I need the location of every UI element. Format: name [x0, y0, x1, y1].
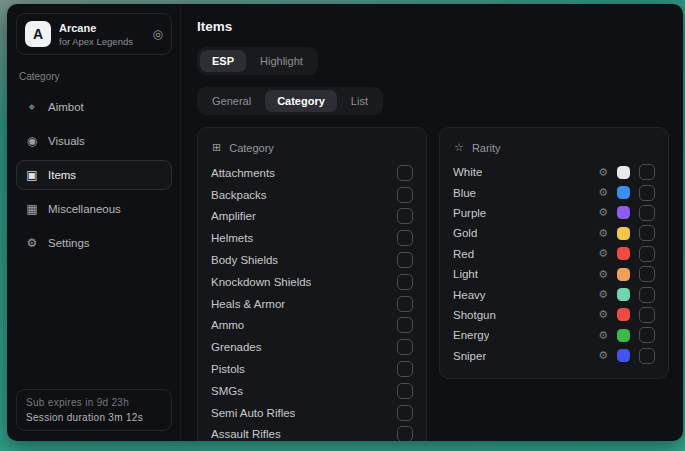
rarity-label: Light [453, 268, 478, 280]
sidebar-item-label: Aimbot [48, 101, 84, 113]
color-swatch[interactable] [617, 349, 630, 362]
toggle-button[interactable]: ESP [200, 50, 246, 72]
page-title: Items [197, 19, 669, 34]
color-swatch[interactable] [617, 247, 630, 260]
sidebar-nav-item[interactable]: ▦ Miscellaneous [16, 194, 172, 224]
checkbox[interactable] [639, 287, 655, 303]
tab[interactable]: General [200, 90, 263, 112]
category-row: Pistols [211, 358, 413, 380]
checkbox[interactable] [397, 339, 413, 355]
category-icon: ⊞ [212, 141, 221, 154]
checkbox[interactable] [639, 266, 655, 282]
checkbox[interactable] [397, 317, 413, 333]
category-label: Body Shields [211, 254, 278, 266]
rarity-controls: ⚙ [598, 185, 655, 201]
gear-icon[interactable]: ⚙ [598, 187, 608, 198]
tab[interactable]: Category [265, 90, 337, 112]
rarity-label: Blue [453, 187, 476, 199]
color-swatch[interactable] [617, 186, 630, 199]
sidebar-nav-item[interactable]: ▣ Items [16, 160, 172, 190]
category-row: Semi Auto Rifles [211, 402, 413, 424]
checkbox[interactable] [397, 274, 413, 290]
sidebar-nav-item[interactable]: ⚙ Settings [16, 228, 172, 258]
rarity-row: Light ⚙ [453, 264, 655, 284]
rarity-label: Purple [453, 207, 486, 219]
checkbox[interactable] [397, 208, 413, 224]
rarity-panel-header: ☆ Rarity [454, 141, 654, 154]
checkbox[interactable] [397, 252, 413, 268]
app-name: Arcane [59, 22, 133, 34]
sidebar-nav-item[interactable]: ⌖ Aimbot [16, 92, 172, 122]
toggle-button[interactable]: Highlight [248, 50, 315, 72]
sidebar-section-label: Category [19, 71, 169, 82]
category-label: Backpacks [211, 189, 267, 201]
checkbox[interactable] [639, 307, 655, 323]
scope-icon[interactable]: ◎ [153, 27, 163, 41]
category-label: Pistols [211, 363, 245, 375]
checkbox[interactable] [639, 164, 655, 180]
color-swatch[interactable] [617, 288, 630, 301]
rarity-row: Heavy ⚙ [453, 284, 655, 304]
checkbox[interactable] [639, 205, 655, 221]
checkbox[interactable] [397, 383, 413, 399]
session-duration-text: Session duration 3m 12s [26, 412, 162, 423]
color-swatch[interactable] [617, 166, 630, 179]
category-row: Ammo [211, 315, 413, 337]
checkbox[interactable] [397, 230, 413, 246]
gear-icon[interactable]: ⚙ [598, 289, 608, 300]
checkbox[interactable] [639, 246, 655, 262]
rarity-label: Energy [453, 329, 489, 341]
gear-icon[interactable]: ⚙ [598, 330, 608, 341]
checkbox[interactable] [397, 187, 413, 203]
gear-icon[interactable]: ⚙ [598, 350, 608, 361]
category-label: Grenades [211, 341, 262, 353]
rarity-controls: ⚙ [598, 205, 655, 221]
rarity-controls: ⚙ [598, 266, 655, 282]
category-label: Heals & Armor [211, 298, 285, 310]
sidebar-item-label: Miscellaneous [48, 203, 121, 215]
rarity-panel: ☆ Rarity White ⚙ [439, 127, 669, 379]
category-label: Amplifier [211, 210, 256, 222]
checkbox[interactable] [397, 165, 413, 181]
checkbox[interactable] [639, 348, 655, 364]
color-swatch[interactable] [617, 227, 630, 240]
sidebar-nav-item[interactable]: ◉ Visuals [16, 126, 172, 156]
category-panel: ⊞ Category Attachments Backpacks [197, 127, 427, 441]
category-label: Ammo [211, 319, 244, 331]
color-swatch[interactable] [617, 308, 630, 321]
category-label: Attachments [211, 167, 275, 179]
gear-icon[interactable]: ⚙ [598, 309, 608, 320]
grid-icon: ▦ [25, 202, 39, 216]
tab[interactable]: List [339, 90, 380, 112]
cube-icon: ▣ [25, 168, 39, 182]
category-row: Assault Rifles [211, 424, 413, 441]
app-title-block: Arcane for Apex Legends [59, 22, 133, 47]
rarity-row: Red ⚙ [453, 244, 655, 264]
checkbox[interactable] [639, 327, 655, 343]
gear-icon[interactable]: ⚙ [598, 167, 608, 178]
category-list: Attachments Backpacks Amplifier [211, 162, 413, 441]
checkbox[interactable] [397, 405, 413, 421]
sidebar-nav: ⌖ Aimbot ◉ Visuals ▣ Items ▦ Miscellaneo… [16, 92, 172, 258]
checkbox[interactable] [397, 361, 413, 377]
checkbox[interactable] [397, 296, 413, 312]
checkbox[interactable] [639, 225, 655, 241]
category-row: SMGs [211, 380, 413, 402]
sidebar-item-label: Items [48, 169, 76, 181]
rarity-controls: ⚙ [598, 348, 655, 364]
checkbox[interactable] [397, 426, 413, 441]
gear-icon[interactable]: ⚙ [598, 207, 608, 218]
app-window: A Arcane for Apex Legends ◎ Category ⌖ A… [7, 4, 683, 441]
checkbox[interactable] [639, 185, 655, 201]
gear-icon[interactable]: ⚙ [598, 269, 608, 280]
rarity-list: White ⚙ Blue ⚙ [453, 162, 655, 366]
color-swatch[interactable] [617, 268, 630, 281]
color-swatch[interactable] [617, 206, 630, 219]
rarity-label: Gold [453, 227, 477, 239]
color-swatch[interactable] [617, 329, 630, 342]
rarity-label: Sniper [453, 350, 486, 362]
rarity-controls: ⚙ [598, 246, 655, 262]
rarity-row: Purple ⚙ [453, 203, 655, 223]
gear-icon[interactable]: ⚙ [598, 228, 608, 239]
gear-icon[interactable]: ⚙ [598, 248, 608, 259]
